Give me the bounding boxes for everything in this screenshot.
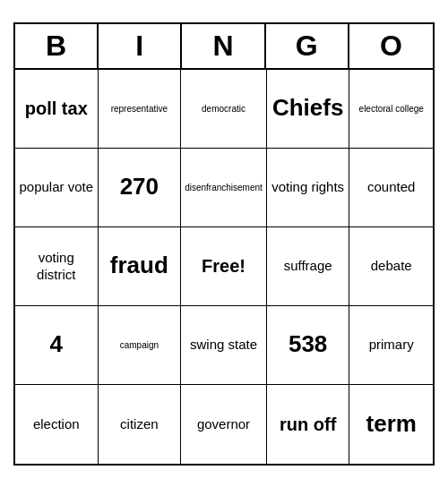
bingo-cell[interactable]: term <box>349 385 433 464</box>
bingo-cell[interactable]: democratic <box>181 70 267 149</box>
cell-text: term <box>366 409 417 440</box>
cell-text: Free! <box>202 254 246 278</box>
cell-text: democratic <box>202 103 246 115</box>
cell-text: 4 <box>50 329 63 360</box>
bingo-cell[interactable]: disenfranchisement <box>181 149 267 227</box>
header-letter: O <box>349 24 433 68</box>
cell-text: campaign <box>120 339 159 351</box>
cell-text: fraud <box>110 251 168 281</box>
header-letter: I <box>99 24 182 68</box>
cell-text: voting rights <box>271 178 344 196</box>
header-letter: N <box>182 24 265 68</box>
bingo-card: BINGO poll taxrepresentativedemocraticCh… <box>13 22 435 466</box>
cell-text: run off <box>280 413 336 436</box>
bingo-cell[interactable]: voting rights <box>267 149 350 227</box>
bingo-grid: poll taxrepresentativedemocraticChiefsel… <box>15 70 433 464</box>
bingo-cell[interactable]: election <box>15 385 99 464</box>
bingo-cell[interactable]: primary <box>349 306 433 385</box>
cell-text: representative <box>111 103 168 115</box>
bingo-cell[interactable]: debate <box>349 227 433 306</box>
bingo-cell[interactable]: popular vote <box>15 149 99 227</box>
cell-text: poll tax <box>25 97 88 120</box>
cell-text: election <box>33 415 80 433</box>
bingo-cell[interactable]: swing state <box>181 306 267 385</box>
bingo-cell[interactable]: voting district <box>15 227 99 306</box>
bingo-cell[interactable]: 4 <box>15 306 99 385</box>
bingo-cell[interactable]: Free! <box>181 227 267 306</box>
header-letter: G <box>266 24 349 68</box>
bingo-cell[interactable]: Chiefs <box>267 70 350 149</box>
bingo-cell[interactable]: 270 <box>99 149 182 227</box>
cell-text: counted <box>367 178 415 196</box>
bingo-cell[interactable]: representative <box>99 70 182 149</box>
bingo-cell[interactable]: campaign <box>99 306 182 385</box>
cell-text: 538 <box>289 329 327 360</box>
bingo-cell[interactable]: electoral college <box>349 70 433 149</box>
bingo-cell[interactable]: counted <box>349 149 433 227</box>
cell-text: primary <box>369 336 414 354</box>
bingo-header: BINGO <box>15 24 433 70</box>
bingo-cell[interactable]: suffrage <box>267 227 350 306</box>
cell-text: Chiefs <box>272 93 343 124</box>
cell-text: debate <box>371 257 412 275</box>
cell-text: suffrage <box>284 257 332 275</box>
cell-text: governor <box>197 415 250 433</box>
bingo-cell[interactable]: run off <box>267 385 350 464</box>
cell-text: electoral college <box>359 103 424 115</box>
cell-text: 270 <box>120 172 159 202</box>
bingo-cell[interactable]: citizen <box>99 385 182 464</box>
cell-text: voting district <box>19 249 94 284</box>
cell-text: disenfranchisement <box>185 182 263 193</box>
bingo-cell[interactable]: governor <box>181 385 267 464</box>
header-letter: B <box>15 24 99 68</box>
bingo-cell[interactable]: 538 <box>267 306 350 385</box>
bingo-cell[interactable]: poll tax <box>15 70 99 149</box>
cell-text: citizen <box>120 415 159 433</box>
cell-text: popular vote <box>20 178 94 196</box>
cell-text: swing state <box>190 336 257 354</box>
bingo-cell[interactable]: fraud <box>99 227 182 306</box>
